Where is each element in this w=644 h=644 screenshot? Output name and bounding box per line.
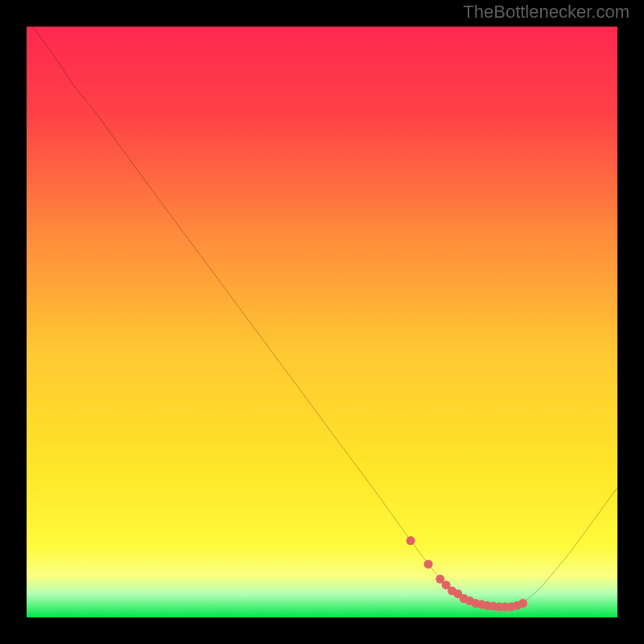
watermark-text: TheBottlenecker.com [463, 2, 630, 23]
marker-dot [407, 536, 415, 545]
marker-dot [518, 599, 527, 608]
bottleneck-chart [27, 27, 617, 617]
gradient-background [27, 27, 617, 617]
chart-frame: TheBottlenecker.com [0, 0, 644, 644]
marker-dot [424, 559, 433, 568]
